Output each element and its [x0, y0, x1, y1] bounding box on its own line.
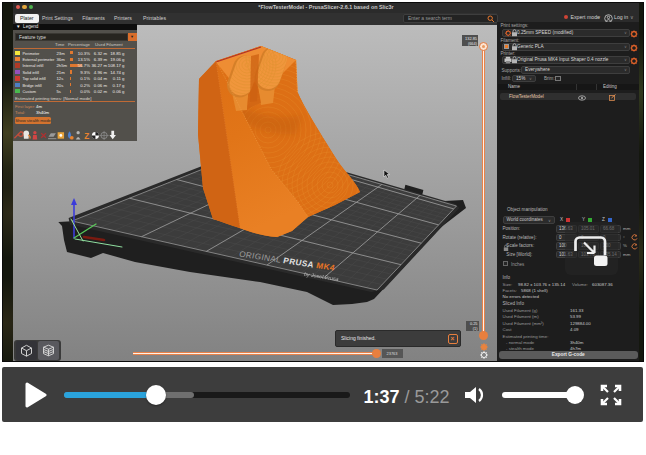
svg-text:Z: Z	[84, 131, 89, 140]
